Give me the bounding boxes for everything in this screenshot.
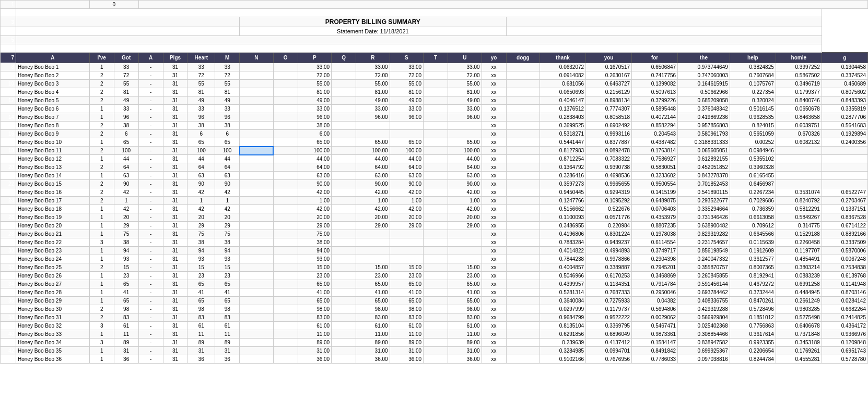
col-header-q[interactable]: dogg	[506, 53, 540, 63]
cell-w[interactable]: 0.3531074	[776, 188, 822, 197]
cell-x[interactable]: 0.5870006	[822, 247, 867, 255]
cell-s[interactable]: 0.9993116	[586, 130, 632, 138]
cell-u[interactable]: 0.612892155	[678, 155, 730, 163]
cell-d[interactable]: -	[138, 322, 163, 330]
cell-n[interactable]	[424, 88, 448, 97]
cell-n[interactable]	[424, 205, 448, 213]
cell-w[interactable]	[776, 155, 822, 163]
cell-name[interactable]: Honey Boo Boo 24	[16, 255, 90, 263]
cell-j[interactable]: 65.00	[298, 138, 332, 147]
cell-name[interactable]: Honey Boo Boo 13	[16, 163, 90, 172]
cell-k[interactable]	[332, 347, 356, 355]
cell-name[interactable]: Honey Boo Boo 1	[16, 63, 90, 71]
cell-q[interactable]	[506, 263, 540, 272]
cell-i[interactable]	[273, 97, 298, 105]
cell-j[interactable]: 89.00	[298, 339, 332, 347]
cell-s[interactable]: 0.2630167	[586, 71, 632, 80]
cell-b[interactable]: 1	[89, 155, 114, 163]
cell-p[interactable]: xx	[482, 88, 506, 97]
cell-m[interactable]: 42.00	[390, 205, 424, 213]
cell-r[interactable]: 0.4196806	[540, 230, 586, 238]
col-header-c[interactable]: Got	[114, 53, 138, 63]
cell-k[interactable]	[332, 339, 356, 347]
cell-b[interactable]: 1	[89, 172, 114, 180]
cell-c[interactable]: 93	[114, 255, 138, 263]
cell-v[interactable]: 0.1912609	[730, 247, 776, 255]
cell-d[interactable]: -	[138, 280, 163, 288]
cell-m[interactable]: 72.00	[390, 71, 424, 80]
cell-v[interactable]: 0.00252	[730, 138, 776, 147]
cell-p[interactable]: xx	[482, 255, 506, 263]
cell-b[interactable]: 1	[89, 280, 114, 288]
cell-o[interactable]	[448, 238, 482, 247]
cell-w[interactable]	[776, 147, 822, 155]
cell-n[interactable]	[424, 339, 448, 347]
cell-g[interactable]: 65	[215, 138, 240, 147]
col-header-k[interactable]: Q	[332, 53, 356, 63]
cell-k[interactable]	[332, 88, 356, 97]
cell-d[interactable]: -	[138, 247, 163, 255]
cell-i[interactable]	[273, 105, 298, 113]
cell-c[interactable]: 100	[114, 147, 138, 155]
cell-j[interactable]: 1.00	[298, 197, 332, 205]
cell-o[interactable]: 96.00	[448, 113, 482, 122]
cell-q[interactable]	[506, 330, 540, 339]
cell-i[interactable]	[273, 297, 298, 305]
cell-e[interactable]: 31	[163, 197, 187, 205]
cell-v[interactable]: 0.824015	[730, 122, 776, 130]
cell-x[interactable]: 0.7534838	[822, 263, 867, 272]
cell-p[interactable]: xx	[482, 130, 506, 138]
cell-o[interactable]	[448, 122, 482, 130]
cell-k[interactable]	[332, 263, 356, 272]
cell-d[interactable]: -	[138, 205, 163, 213]
cell-l[interactable]: 64.00	[356, 163, 390, 172]
cell-b[interactable]: 2	[89, 263, 114, 272]
cell-l[interactable]: 90.00	[356, 180, 390, 188]
cell-u[interactable]: 0.731346426	[678, 213, 730, 222]
col-header-b[interactable]: I've	[89, 53, 114, 63]
cell-p[interactable]: xx	[482, 113, 506, 122]
cell-l[interactable]: 55.00	[356, 80, 390, 88]
cell-l[interactable]	[356, 255, 390, 263]
col-header-g[interactable]: M	[215, 53, 240, 63]
cell-f[interactable]: 41	[187, 288, 215, 297]
cell-g[interactable]: 100	[215, 147, 240, 155]
cell-l[interactable]: 61.00	[356, 322, 390, 330]
cell-b[interactable]: 2	[89, 71, 114, 80]
cell-m[interactable]	[390, 247, 424, 255]
cell-o[interactable]: 41.00	[448, 288, 482, 297]
cell-d[interactable]: -	[138, 347, 163, 355]
cell-g[interactable]: 63	[215, 172, 240, 180]
cell-s[interactable]: 0.9978866	[586, 255, 632, 263]
cell-i[interactable]	[273, 155, 298, 163]
cell-j[interactable]: 63.00	[298, 172, 332, 180]
cell-s[interactable]: 0.7687333	[586, 288, 632, 297]
cell-name[interactable]: Honey Boo Boo 20	[16, 222, 90, 230]
cell-g[interactable]: 42	[215, 205, 240, 213]
cell-g[interactable]: 55	[215, 80, 240, 88]
cell-k[interactable]	[332, 80, 356, 88]
cell-n[interactable]	[424, 330, 448, 339]
cell-j[interactable]: 65.00	[298, 297, 332, 305]
cell-d[interactable]: -	[138, 255, 163, 263]
cell-d[interactable]: -	[138, 122, 163, 130]
cell-w[interactable]	[776, 180, 822, 188]
cell-e[interactable]: 31	[163, 155, 187, 163]
cell-c[interactable]: 31	[114, 347, 138, 355]
cell-d[interactable]: -	[138, 180, 163, 188]
cell-i[interactable]	[273, 305, 298, 313]
cell-j[interactable]: 33.00	[298, 105, 332, 113]
cell-j[interactable]: 11.00	[298, 330, 332, 339]
cell-d[interactable]: -	[138, 222, 163, 230]
cell-j[interactable]: 49.00	[298, 97, 332, 105]
cell-f[interactable]: 55	[187, 80, 215, 88]
cell-j[interactable]: 72.00	[298, 71, 332, 80]
cell-o[interactable]: 49.00	[448, 97, 482, 105]
cell-f[interactable]: 93	[187, 255, 215, 263]
cell-j[interactable]: 81.00	[298, 88, 332, 97]
cell-b[interactable]: 1	[89, 288, 114, 297]
cell-q[interactable]	[506, 63, 540, 71]
cell-x[interactable]: 0.7414825	[822, 313, 867, 322]
cell-e[interactable]: 31	[163, 288, 187, 297]
cell-c[interactable]: 42	[114, 205, 138, 213]
